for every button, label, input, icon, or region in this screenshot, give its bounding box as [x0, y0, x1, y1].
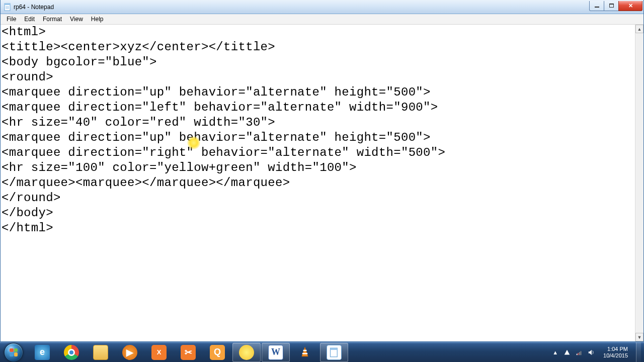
menubar: File Edit Format View Help	[1, 14, 643, 25]
menu-help[interactable]: Help	[87, 14, 108, 24]
svg-rect-11	[578, 352, 579, 354]
minimize-button[interactable]	[589, 1, 604, 11]
taskbar-item-chrome[interactable]	[57, 343, 86, 362]
taskbar-item-snip[interactable]: ✂	[174, 343, 202, 362]
show-hidden-icons-button[interactable]: ▲	[552, 349, 558, 355]
taskbar-item-cursor-app[interactable]	[232, 343, 261, 362]
taskbar-item-app-orange[interactable]: Q	[203, 343, 231, 362]
svg-rect-1	[5, 4, 10, 5]
svg-marker-14	[589, 349, 592, 355]
clock[interactable]: 1:04 PM 10/4/2015	[600, 346, 631, 359]
window-title: rp64 - Notepad	[14, 4, 54, 11]
clock-time: 1:04 PM	[607, 346, 628, 352]
close-button[interactable]: ✕	[618, 1, 642, 11]
taskbar: e ▶ X ✂ Q W ▲ 1:04 PM 10/4/2015	[0, 342, 644, 362]
svg-rect-7	[302, 352, 307, 354]
volume-icon[interactable]	[587, 348, 595, 356]
window-controls: ✕	[590, 1, 642, 11]
taskbar-item-vlc[interactable]	[291, 343, 319, 362]
svg-rect-9	[331, 348, 338, 350]
network-icon[interactable]	[575, 348, 583, 356]
notepad-icon	[4, 3, 12, 11]
text-editor[interactable]: <html> <tittle><center>xyz</center></tit…	[1, 25, 635, 341]
menu-view[interactable]: View	[66, 14, 87, 24]
vertical-scrollbar[interactable]: ▲ ▼	[635, 25, 643, 341]
clock-date: 10/4/2015	[603, 352, 628, 359]
taskbar-item-wmp[interactable]: ▶	[116, 343, 144, 362]
svg-marker-5	[302, 347, 308, 356]
taskbar-item-xampp[interactable]: X	[145, 343, 173, 362]
taskbar-item-word[interactable]: W	[262, 343, 290, 362]
scroll-track[interactable]	[635, 33, 643, 333]
scroll-up-button[interactable]: ▲	[635, 25, 643, 33]
menu-file[interactable]: File	[3, 14, 20, 24]
editor-area: <html> <tittle><center>xyz</center></tit…	[1, 25, 643, 341]
svg-rect-10	[577, 353, 578, 355]
action-center-icon[interactable]	[563, 348, 571, 356]
system-tray: ▲ 1:04 PM 10/4/2015	[552, 342, 642, 363]
taskbar-item-ie[interactable]: e	[28, 343, 56, 362]
taskbar-item-explorer[interactable]	[87, 343, 115, 362]
svg-rect-6	[303, 349, 307, 351]
show-desktop-button[interactable]	[636, 342, 641, 363]
menu-edit[interactable]: Edit	[20, 14, 39, 24]
taskbar-items: e ▶ X ✂ Q W	[28, 343, 348, 362]
start-button[interactable]	[0, 342, 27, 363]
notepad-window: rp64 - Notepad ✕ File Edit Format View H…	[0, 0, 644, 342]
svg-rect-13	[581, 351, 582, 355]
menu-format[interactable]: Format	[39, 14, 66, 24]
titlebar[interactable]: rp64 - Notepad ✕	[1, 0, 643, 14]
taskbar-item-notepad[interactable]	[320, 343, 348, 362]
scroll-down-button[interactable]: ▼	[635, 333, 643, 341]
maximize-button[interactable]	[604, 1, 619, 11]
svg-rect-12	[579, 352, 580, 355]
